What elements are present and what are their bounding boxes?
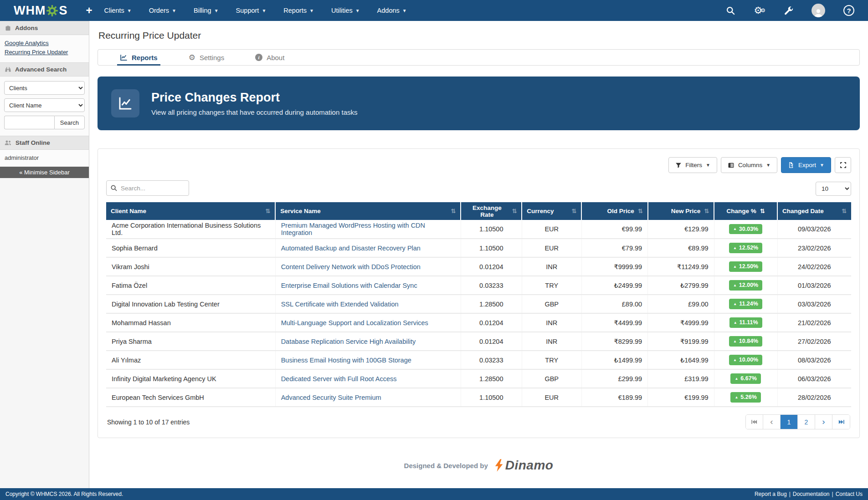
nav-menu-item-addons[interactable]: Addons▼ bbox=[377, 7, 407, 14]
service-name-link[interactable]: Enterprise Email Solutions with Calendar… bbox=[275, 276, 461, 295]
table-search-input[interactable] bbox=[121, 185, 185, 192]
service-name-link[interactable]: Advanced Security Suite Premium bbox=[275, 388, 461, 407]
pagination-next-button[interactable]: › bbox=[815, 415, 832, 429]
tab-settings[interactable]: ⚙ Settings bbox=[186, 50, 227, 65]
nav-menu-item-orders[interactable]: Orders▼ bbox=[149, 7, 176, 14]
price-changes-table: Client Name⇅Service Name⇅Exchange Rate⇅C… bbox=[106, 202, 851, 407]
advanced-search-input[interactable] bbox=[4, 116, 54, 129]
pagination-page-2[interactable]: 2 bbox=[798, 415, 815, 429]
pagination: ‹ 1 2 › bbox=[745, 414, 850, 429]
column-header-currency[interactable]: Currency⇅ bbox=[522, 202, 581, 220]
service-name-link[interactable]: Multi-Language Support and Localization … bbox=[275, 313, 461, 332]
changed-date-cell: 01/03/2026 bbox=[777, 276, 851, 295]
fullscreen-button[interactable] bbox=[835, 157, 851, 173]
export-button[interactable]: Export▼ bbox=[781, 157, 831, 173]
service-name-link[interactable]: Dedicated Server with Full Root Access bbox=[275, 369, 461, 388]
sidebar-addons-header: Addons bbox=[0, 21, 89, 35]
pagination-last-button[interactable] bbox=[832, 415, 850, 429]
service-name-link[interactable]: Premium Managed WordPress Hosting with C… bbox=[275, 220, 461, 239]
exchange-rate-cell: 0.01204 bbox=[461, 332, 522, 351]
system-wrench-icon[interactable] bbox=[784, 6, 793, 15]
new-price-cell: €129.99 bbox=[648, 220, 714, 239]
column-header-change-[interactable]: Change %⇅ bbox=[714, 202, 777, 220]
column-header-exchange-rate[interactable]: Exchange Rate⇅ bbox=[461, 202, 522, 220]
currency-cell: TRY bbox=[522, 276, 581, 295]
service-name-link[interactable]: SSL Certificate with Extended Validation bbox=[275, 295, 461, 313]
currency-cell: GBP bbox=[522, 369, 581, 388]
service-name-link[interactable]: Content Delivery Network with DDoS Prote… bbox=[275, 257, 461, 276]
whmcs-logo[interactable]: WHM S bbox=[14, 4, 68, 18]
currency-cell: EUR bbox=[522, 220, 581, 239]
nav-menu-item-clients[interactable]: Clients▼ bbox=[104, 7, 132, 14]
service-name-link[interactable]: Business Email Hosting with 100GB Storag… bbox=[275, 351, 461, 369]
change-percent-cell: ▲6.67% bbox=[714, 369, 777, 388]
change-percent-cell: ▲12.50% bbox=[714, 257, 777, 276]
service-name-link[interactable]: Database Replication Service High Availa… bbox=[275, 332, 461, 351]
report-a-bug-link[interactable]: Report a Bug bbox=[755, 491, 787, 497]
nav-menu-item-reports[interactable]: Reports▼ bbox=[283, 7, 314, 14]
user-avatar[interactable] bbox=[812, 4, 825, 17]
table-row: Fatima ÖzelEnterprise Email Solutions wi… bbox=[106, 276, 851, 295]
old-price-cell: ₺2499.99 bbox=[581, 276, 648, 295]
filters-button[interactable]: Filters▼ bbox=[668, 157, 717, 173]
contact-us-link[interactable]: Contact Us bbox=[836, 491, 863, 497]
changed-date-cell: 28/02/2026 bbox=[777, 388, 851, 407]
column-header-client-name[interactable]: Client Name⇅ bbox=[106, 202, 275, 220]
pagination-page-1[interactable]: 1 bbox=[781, 415, 798, 429]
client-name-cell: Vikram Joshi bbox=[106, 257, 275, 276]
tab-reports[interactable]: Reports bbox=[117, 50, 160, 65]
quick-add-icon[interactable]: + bbox=[86, 4, 92, 17]
export-icon bbox=[788, 162, 795, 168]
sidebar-link-google-analytics[interactable]: Google Analytics bbox=[5, 39, 84, 48]
automation-gears-icon[interactable]: ⚙⚙ bbox=[754, 5, 765, 16]
columns-button[interactable]: Columns▼ bbox=[721, 157, 777, 173]
advanced-search-field-select[interactable]: Client Name bbox=[4, 98, 85, 112]
nav-menu-item-support[interactable]: Support▼ bbox=[236, 7, 267, 14]
service-name-link[interactable]: Automated Backup and Disaster Recovery P… bbox=[275, 239, 461, 257]
changed-date-cell: 03/03/2026 bbox=[777, 295, 851, 313]
tab-bar: Reports ⚙ Settings i About bbox=[98, 49, 860, 66]
documentation-link[interactable]: Documentation bbox=[793, 491, 830, 497]
tab-about[interactable]: i About bbox=[252, 50, 287, 65]
page-size-select[interactable]: 10 bbox=[816, 182, 851, 196]
change-percent-cell: ▲30.03% bbox=[714, 220, 777, 239]
new-price-cell: £99.00 bbox=[648, 295, 714, 313]
increase-arrow-icon: ▲ bbox=[733, 265, 737, 269]
column-header-service-name[interactable]: Service Name⇅ bbox=[275, 202, 461, 220]
sort-icon: ⇅ bbox=[638, 208, 643, 214]
column-label: Old Price bbox=[607, 208, 634, 214]
table-toolbar: Filters▼ Columns▼ Export▼ bbox=[106, 157, 851, 173]
whmcs-gear-icon bbox=[46, 5, 58, 17]
column-label: Currency bbox=[527, 208, 554, 214]
change-badge: ▲12.00% bbox=[729, 280, 762, 291]
changed-date-cell: 21/02/2026 bbox=[777, 313, 851, 332]
gear-icon: ⚙ bbox=[189, 54, 195, 61]
sidebar-link-recurring-price-updater[interactable]: Recurring Price Updater bbox=[5, 48, 84, 57]
column-header-changed-date[interactable]: Changed Date⇅ bbox=[777, 202, 851, 220]
pagination-first-button[interactable] bbox=[746, 415, 763, 429]
nav-menu-item-billing[interactable]: Billing▼ bbox=[194, 7, 219, 14]
chart-line-icon bbox=[120, 54, 128, 61]
change-badge: ▲12.52% bbox=[729, 243, 762, 253]
old-price-cell: €79.99 bbox=[581, 239, 648, 257]
advanced-search-type-select[interactable]: Clients bbox=[4, 81, 85, 95]
help-icon[interactable]: ? bbox=[843, 5, 854, 16]
column-header-old-price[interactable]: Old Price⇅ bbox=[581, 202, 648, 220]
search-icon[interactable] bbox=[726, 6, 735, 15]
new-price-cell: €89.99 bbox=[648, 239, 714, 257]
old-price-cell: ₹9999.99 bbox=[581, 257, 648, 276]
new-price-cell: ₹4999.99 bbox=[648, 313, 714, 332]
chevron-down-icon: ▼ bbox=[309, 8, 314, 13]
pagination-prev-button[interactable]: ‹ bbox=[763, 415, 781, 429]
column-header-new-price[interactable]: New Price⇅ bbox=[648, 202, 714, 220]
column-label: Client Name bbox=[111, 208, 146, 214]
advanced-search-button[interactable]: Search bbox=[54, 116, 85, 129]
change-percent-cell: ▲12.00% bbox=[714, 276, 777, 295]
banner-subtitle: View all pricing changes that have occur… bbox=[151, 108, 357, 116]
minimise-sidebar-button[interactable]: « Minimise Sidebar bbox=[0, 167, 89, 178]
dinamo-logo[interactable]: Dinamo bbox=[494, 458, 554, 473]
nav-menu-item-utilities[interactable]: Utilities▼ bbox=[331, 7, 360, 14]
banner-chart-icon bbox=[111, 89, 139, 117]
sort-icon: ⇅ bbox=[512, 208, 517, 214]
chevron-down-icon: ▼ bbox=[820, 163, 824, 168]
